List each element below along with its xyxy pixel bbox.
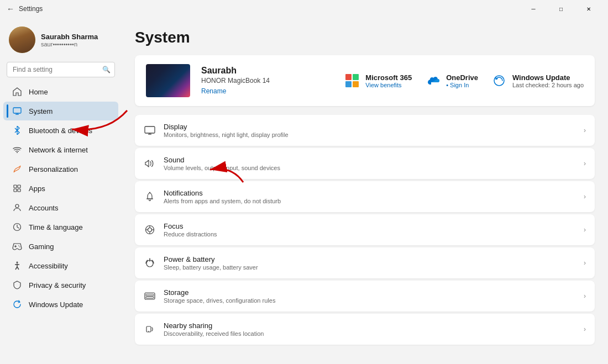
sidebar-item-accessibility[interactable]: Accessibility <box>3 256 118 275</box>
storage-icon <box>144 290 156 302</box>
window-controls: ─ □ ✕ <box>521 0 601 18</box>
svg-point-12 <box>18 245 19 246</box>
m365-name: Microsoft 365 <box>365 73 412 82</box>
service-m365[interactable]: Microsoft 365 View benefits <box>344 73 412 88</box>
time-icon <box>12 222 22 232</box>
setting-display[interactable]: Display Monitors, brightness, night ligh… <box>135 115 595 146</box>
m365-sub: View benefits <box>365 82 412 88</box>
user-email: saur••••••••••n <box>41 41 115 48</box>
user-profile[interactable]: Saurabh Sharma saur••••••••••n <box>0 18 122 60</box>
update-icon <box>12 299 22 309</box>
service-winupdate[interactable]: Windows Update Last checked: 2 hours ago <box>491 73 584 88</box>
svg-rect-4 <box>14 185 17 188</box>
onedrive-name: OneDrive <box>446 73 478 82</box>
sidebar-item-home[interactable]: Home <box>3 82 118 101</box>
nearby-name: Nearby sharing <box>164 321 576 330</box>
focus-chevron: › <box>584 226 586 234</box>
app-body: Saurabh Sharma saur••••••••••n 🔍 Home <box>0 18 608 364</box>
minimize-button[interactable]: ─ <box>521 0 546 18</box>
sidebar: Saurabh Sharma saur••••••••••n 🔍 Home <box>0 18 122 364</box>
notifications-icon <box>144 191 156 203</box>
display-icon <box>144 124 156 136</box>
storage-chevron: › <box>584 292 586 300</box>
sidebar-item-gaming-label: Gaming <box>29 242 54 251</box>
service-onedrive[interactable]: OneDrive • Sign In <box>425 73 478 88</box>
rename-link[interactable]: Rename <box>201 87 226 95</box>
nav-list: Home System Bluetooth <box>0 82 122 314</box>
device-info: Saurabh HONOR MagicBook 14 Rename <box>201 66 333 96</box>
back-button[interactable]: ← <box>7 4 14 13</box>
svg-point-3 <box>17 152 18 153</box>
sidebar-item-privacy-label: Privacy & security <box>29 281 86 289</box>
display-chevron: › <box>584 126 586 134</box>
sidebar-item-system-label: System <box>29 107 53 115</box>
sidebar-item-system[interactable]: System <box>3 102 118 120</box>
notifications-text: Notifications Alerts from apps and syste… <box>164 189 576 204</box>
main-content: System Saurabh HONOR MagicBook 14 Rename <box>122 18 608 364</box>
setting-focus[interactable]: Focus Reduce distractions › <box>135 214 595 245</box>
sound-desc: Volume levels, output, input, sound devi… <box>164 165 576 171</box>
user-info: Saurabh Sharma saur••••••••••n <box>41 33 115 48</box>
privacy-icon <box>12 280 22 290</box>
setting-notifications[interactable]: Notifications Alerts from apps and syste… <box>135 181 595 212</box>
network-icon <box>12 145 22 155</box>
svg-rect-6 <box>14 189 17 192</box>
onedrive-sub: • Sign In <box>446 82 478 88</box>
search-box: 🔍 <box>7 62 115 77</box>
sound-name: Sound <box>164 156 576 164</box>
nearby-chevron: › <box>584 325 586 333</box>
sidebar-item-personalization-label: Personalization <box>29 165 78 173</box>
avatar <box>9 27 35 53</box>
system-icon <box>12 106 22 116</box>
apps-icon <box>12 183 22 193</box>
nearby-desc: Discoverability, received files location <box>164 330 576 337</box>
user-name: Saurabh Sharma <box>41 33 115 41</box>
storage-name: Storage <box>164 288 576 297</box>
svg-line-17 <box>15 267 17 270</box>
sidebar-item-bluetooth[interactable]: Bluetooth & devices <box>3 121 118 140</box>
setting-power[interactable]: Power & battery Sleep, battery usage, ba… <box>135 247 595 278</box>
setting-nearby[interactable]: Nearby sharing Discoverability, received… <box>135 314 595 345</box>
sidebar-item-network[interactable]: Network & internet <box>3 140 118 159</box>
onedrive-info: OneDrive • Sign In <box>446 73 478 88</box>
info-banner: Saurabh HONOR MagicBook 14 Rename <box>135 55 595 106</box>
setting-sound[interactable]: Sound Volume levels, output, input, soun… <box>135 148 595 179</box>
storage-text: Storage Storage space, drives, configura… <box>164 288 576 304</box>
device-image <box>146 64 190 97</box>
search-input[interactable] <box>7 62 115 77</box>
winupdate-name: Windows Update <box>512 73 584 82</box>
maximize-button[interactable]: □ <box>548 0 574 18</box>
gaming-icon <box>12 241 22 251</box>
display-desc: Monitors, brightness, night light, displ… <box>164 131 576 138</box>
sidebar-item-privacy[interactable]: Privacy & security <box>3 276 118 294</box>
svg-rect-0 <box>13 108 21 113</box>
sidebar-item-accounts[interactable]: Accounts <box>3 198 118 217</box>
sidebar-item-personalization[interactable]: Personalization <box>3 160 118 178</box>
winupdate-icon <box>491 73 507 88</box>
settings-list: Display Monitors, brightness, night ligh… <box>135 115 595 345</box>
sidebar-item-gaming[interactable]: Gaming <box>3 237 118 256</box>
device-name: Saurabh <box>201 66 333 76</box>
titlebar: ← Settings ─ □ ✕ <box>0 0 608 18</box>
svg-rect-7 <box>18 189 20 192</box>
sidebar-item-update[interactable]: Windows Update <box>3 295 118 314</box>
m365-info: Microsoft 365 View benefits <box>365 73 412 88</box>
sidebar-item-apps[interactable]: Apps <box>3 179 118 198</box>
power-icon <box>144 257 156 269</box>
focus-desc: Reduce distractions <box>164 231 576 238</box>
sidebar-item-accessibility-label: Accessibility <box>29 262 68 270</box>
bluetooth-icon <box>12 125 22 135</box>
sidebar-item-bluetooth-label: Bluetooth & devices <box>29 126 92 135</box>
svg-point-24 <box>149 192 150 193</box>
display-text: Display Monitors, brightness, night ligh… <box>164 123 576 138</box>
power-chevron: › <box>584 259 586 267</box>
focus-text: Focus Reduce distractions <box>164 222 576 238</box>
svg-rect-5 <box>18 185 20 188</box>
close-button[interactable]: ✕ <box>576 0 601 18</box>
sidebar-item-time[interactable]: Time & language <box>3 218 118 236</box>
svg-point-13 <box>19 246 20 247</box>
notifications-chevron: › <box>584 193 586 201</box>
search-icon: 🔍 <box>102 66 111 73</box>
setting-storage[interactable]: Storage Storage space, drives, configura… <box>135 281 595 312</box>
focus-name: Focus <box>164 222 576 230</box>
